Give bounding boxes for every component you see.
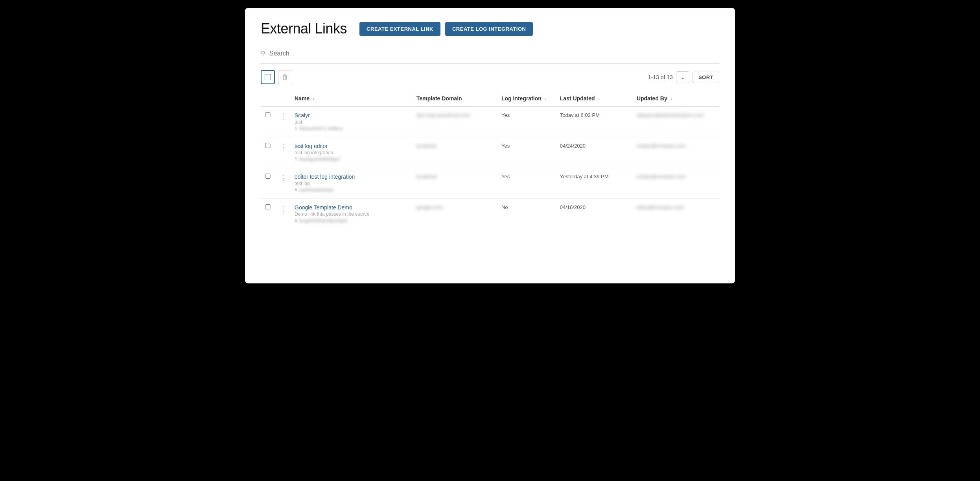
col-menu <box>275 91 291 107</box>
external-links-table: Name ↕ Template Domain Log Integration ↓… <box>261 91 719 229</box>
row-menu-cell: ⋮ <box>275 199 291 229</box>
checkbox-icon <box>265 74 271 80</box>
col-domain-header: Template Domain <box>413 91 498 107</box>
row-menu-icon-0[interactable]: ⋮ <box>278 113 288 120</box>
toolbar-left: 🗑 <box>261 70 292 84</box>
row-name-sub-0: test <box>295 119 410 125</box>
row-id-1: f4a4dge040ffd0fge7 <box>299 157 341 162</box>
row-lastupdated-2: Yesterday at 4:39 PM <box>560 174 609 179</box>
row-domain-cell-1: localhost <box>413 137 498 168</box>
row-checkbox-cell <box>261 137 275 168</box>
name-sort-icon[interactable]: ↕ <box>313 97 315 101</box>
log-sort-icon[interactable]: ↓ <box>545 97 547 101</box>
row-log-cell-3: No <box>498 199 557 229</box>
updatedby-sort-icon[interactable]: ↕ <box>671 97 672 101</box>
row-name-sub-1: test log integration <box>295 150 410 155</box>
row-menu-cell: ⋮ <box>275 137 291 168</box>
create-log-integration-button[interactable]: CREATE LOG INTEGRATION <box>445 22 533 36</box>
row-lastupdated-1: 04/24/2020 <box>560 143 586 149</box>
row-count: 1-13 of 13 <box>648 74 673 80</box>
row-domain-1: localhost <box>416 143 437 149</box>
trash-icon: 🗑 <box>282 74 288 81</box>
hash-icon-0: # <box>295 126 297 131</box>
row-updatedby-cell-2: evelyn@vmware.com <box>634 168 719 199</box>
row-name-sub-2: test log <box>295 181 410 186</box>
row-menu-icon-2[interactable]: ⋮ <box>278 174 288 182</box>
table-row: ⋮ test log editor test log integration #… <box>261 137 719 168</box>
table-header-row: Name ↕ Template Domain Log Integration ↓… <box>261 91 719 107</box>
col-checkbox <box>261 91 275 107</box>
row-name-link-2[interactable]: editor test log integration <box>295 174 410 180</box>
row-name-cell-3: Google Template Demo Demo link that pass… <box>291 199 413 229</box>
row-name-link-3[interactable]: Google Template Demo <box>295 204 410 211</box>
header-buttons: CREATE EXTERNAL LINK CREATE LOG INTEGRAT… <box>359 22 533 36</box>
row-checkbox-0[interactable] <box>264 112 272 117</box>
row-checkbox-cell <box>261 168 275 199</box>
chevron-down-icon: ⌄ <box>680 74 685 80</box>
lastupdated-sort-icon[interactable]: ↕ <box>598 97 600 101</box>
row-menu-icon-3[interactable]: ⋮ <box>278 205 288 213</box>
toolbar: 🗑 1-13 of 13 ⌄ SORT <box>261 70 719 87</box>
row-updatedby-cell-3: darryl@vmware.com <box>634 199 719 229</box>
row-log-value-2: Yes <box>501 174 510 179</box>
row-name-link-1[interactable]: test log editor <box>295 143 410 149</box>
row-updatedby-0: atlasyou@administrators.com <box>637 112 704 118</box>
row-checkbox-1[interactable] <box>264 143 272 148</box>
row-domain-0: dev.corp.wavefront.com <box>416 112 470 118</box>
toolbar-right: 1-13 of 13 ⌄ SORT <box>648 71 719 83</box>
row-id-3: fnog4f430fa5d4p430p0 <box>299 218 347 224</box>
row-name-link-0[interactable]: Scalyr <box>295 112 410 118</box>
row-updatedby-cell-1: evelyn@vmware.com <box>634 137 719 168</box>
row-checkbox-2[interactable] <box>264 174 272 179</box>
row-log-cell-2: Yes <box>498 168 557 199</box>
row-id-2: na46f4ab6n6dyn <box>299 187 334 193</box>
row-menu-cell: ⋮ <box>275 168 291 199</box>
row-checkbox-3[interactable] <box>264 204 272 209</box>
table-row: ⋮ Google Template Demo Demo link that pa… <box>261 199 719 229</box>
row-checkbox-cell <box>261 107 275 137</box>
sort-button[interactable]: SORT <box>693 72 719 83</box>
row-domain-cell-2: localhost <box>413 168 498 199</box>
page-header: External Links CREATE EXTERNAL LINK CREA… <box>261 20 719 37</box>
row-lastupdated-3: 04/16/2020 <box>560 204 586 210</box>
hash-icon-1: # <box>295 157 297 162</box>
row-menu-icon-1[interactable]: ⋮ <box>278 143 288 151</box>
sort-dropdown[interactable]: ⌄ <box>676 71 689 83</box>
row-checkbox-cell <box>261 199 275 229</box>
row-id-row-3: # fnog4f430fa5d4p430p0 <box>295 218 410 224</box>
hash-icon-3: # <box>295 218 297 224</box>
row-updatedby-3: darryl@vmware.com <box>637 204 683 210</box>
col-log-header: Log Integration ↓ <box>498 91 557 107</box>
row-id-row-1: # f4a4dge040ffd0fge7 <box>295 157 410 162</box>
search-icon: ⚲ <box>261 50 265 57</box>
row-updatedby-1: evelyn@vmware.com <box>637 143 685 149</box>
main-window: External Links CREATE EXTERNAL LINK CREA… <box>245 8 735 283</box>
col-lastupdated-header: Last Updated ↕ <box>557 91 634 107</box>
table-row: ⋮ editor test log integration test log #… <box>261 168 719 199</box>
row-name-cell-1: test log editor test log integration # f… <box>291 137 413 168</box>
row-log-value-3: No <box>501 204 508 210</box>
row-id-row-0: # 4d0au4f4071-449bcx <box>295 126 410 131</box>
col-name-header: Name ↕ <box>291 91 413 107</box>
row-log-cell-1: Yes <box>498 137 557 168</box>
row-log-value-0: Yes <box>501 112 510 118</box>
row-id-0: 4d0au4f4071-449bcx <box>299 126 343 131</box>
select-all-button[interactable] <box>261 70 275 84</box>
row-domain-2: localhost <box>416 174 437 179</box>
row-lastupdated-cell-1: 04/24/2020 <box>557 137 634 168</box>
row-updatedby-cell-0: atlasyou@administrators.com <box>634 107 719 137</box>
delete-button[interactable]: 🗑 <box>278 70 292 84</box>
row-lastupdated-cell-3: 04/16/2020 <box>557 199 634 229</box>
row-domain-cell-3: google.com <box>413 199 498 229</box>
create-external-link-button[interactable]: CREATE EXTERNAL LINK <box>359 22 440 36</box>
col-updatedby-header: Updated By ↕ <box>634 91 719 107</box>
search-input[interactable] <box>269 50 387 57</box>
row-domain-3: google.com <box>416 204 443 210</box>
row-updatedby-2: evelyn@vmware.com <box>637 174 685 179</box>
row-log-value-1: Yes <box>501 143 510 149</box>
row-log-cell-0: Yes <box>498 107 557 137</box>
row-lastupdated-0: Today at 6:02 PM <box>560 112 600 118</box>
row-lastupdated-cell-2: Yesterday at 4:39 PM <box>557 168 634 199</box>
page-title: External Links <box>261 20 347 37</box>
row-name-cell-0: Scalyr test # 4d0au4f4071-449bcx <box>291 107 413 137</box>
